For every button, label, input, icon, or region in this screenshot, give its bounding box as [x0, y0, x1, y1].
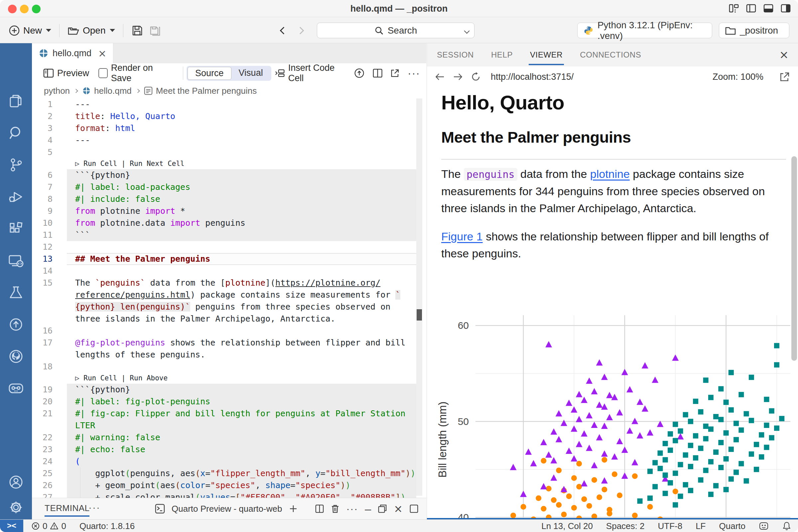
- insert-code-cell-button[interactable]: Insert Code Cell: [274, 63, 347, 83]
- hyperlink[interactable]: Figure 1: [441, 230, 483, 243]
- minimize-panel-icon[interactable]: –: [365, 502, 371, 515]
- activity-extensions-icon[interactable]: [0, 217, 32, 241]
- activity-search-icon[interactable]: [0, 121, 32, 145]
- close-panel-icon[interactable]: ×: [394, 502, 403, 515]
- remote-indicator[interactable]: ><: [0, 520, 23, 532]
- problems-status[interactable]: 0 0: [31, 521, 66, 531]
- panel-tab-connections[interactable]: CONNECTIONS: [580, 50, 641, 59]
- search-dropdown-chevron[interactable]: [464, 28, 470, 34]
- cursor-position-status[interactable]: Ln 13, Col 20: [541, 521, 593, 531]
- nav-back-icon[interactable]: [435, 72, 445, 82]
- new-terminal-icon[interactable]: [289, 504, 298, 513]
- inline-code: penguins: [464, 168, 517, 181]
- save-all-icon[interactable]: [148, 24, 161, 37]
- codelens-row[interactable]: ▷ Run Cell | Run Next Cell: [32, 158, 426, 169]
- codelens-row[interactable]: ▷ Run Cell | Run Above: [32, 373, 426, 384]
- open-external-icon[interactable]: [391, 68, 400, 78]
- nav-forward-icon[interactable]: [453, 72, 463, 82]
- window-title: hello.qmd — _positron: [0, 0, 798, 17]
- open-in-browser-icon[interactable]: [779, 72, 790, 82]
- breadcrumb-file[interactable]: hello.qmd: [94, 86, 132, 96]
- toggle-sidebar-icon[interactable]: [746, 3, 756, 13]
- breadcrumb-section[interactable]: Meet the Palmer penguins: [156, 86, 257, 96]
- data-point: [683, 452, 688, 457]
- viewer-url[interactable]: http://localhost:3715/: [491, 72, 573, 82]
- panel-close-icon[interactable]: ×: [779, 48, 789, 61]
- activity-testing-icon[interactable]: [0, 281, 32, 305]
- terminal-title[interactable]: Quarto Preview - quarto-web: [172, 504, 282, 514]
- split-editor-icon[interactable]: [373, 68, 382, 78]
- status-bar: >< 0 0 Quarto: 1.8.16 Ln 13, Col 20 Spac…: [0, 519, 798, 532]
- maximize-panel-icon[interactable]: [378, 504, 387, 513]
- code-line: 13## Meet the Palmer penguins: [32, 253, 426, 265]
- interpreter-button[interactable]: Python 3.12.1 (PipEnv: .venv): [577, 23, 712, 38]
- search-input[interactable]: Search: [317, 23, 474, 38]
- viewer-zoom-label[interactable]: Zoom: 100%: [712, 72, 763, 82]
- terminal-tab[interactable]: TERMINAL: [44, 498, 90, 519]
- viewer-scrollbar[interactable]: [791, 156, 797, 361]
- visual-mode-button[interactable]: Visual: [231, 67, 270, 80]
- panel-tab-viewer[interactable]: VIEWER: [530, 50, 563, 59]
- data-point: [764, 397, 770, 402]
- indentation-status[interactable]: Spaces: 2: [606, 521, 645, 531]
- reload-icon[interactable]: [471, 72, 481, 82]
- quarto-version-status[interactable]: Quarto: 1.8.16: [79, 521, 135, 531]
- tab-hello-qmd[interactable]: hello.qmd ×: [32, 43, 113, 63]
- line-number: 12: [32, 241, 53, 253]
- activity-github-icon[interactable]: [0, 344, 32, 368]
- checkbox-icon[interactable]: [98, 68, 108, 78]
- new-button[interactable]: New: [8, 25, 51, 36]
- tab-close-icon[interactable]: ×: [98, 48, 107, 59]
- eol-status[interactable]: LF: [696, 521, 706, 531]
- activity-debug-icon[interactable]: [0, 185, 32, 209]
- data-point: [688, 419, 693, 424]
- encoding-status[interactable]: UTF-8: [658, 521, 682, 531]
- notifications-bell-icon[interactable]: [782, 521, 791, 531]
- activity-publish-icon[interactable]: [0, 312, 32, 337]
- render-document-icon[interactable]: [354, 67, 365, 79]
- toggle-panel-icon[interactable]: [763, 3, 773, 13]
- save-icon[interactable]: [131, 25, 143, 37]
- activity-source-control-icon[interactable]: [0, 153, 32, 177]
- editor-scrollbar[interactable]: [416, 98, 422, 496]
- activity-account-icon[interactable]: [0, 470, 32, 494]
- feedback-icon[interactable]: [759, 521, 769, 531]
- customize-layout-icon[interactable]: [729, 3, 739, 13]
- terminal-panel: TERMINAL ··· Quarto Preview - quarto-web…: [32, 498, 426, 519]
- code-line: lengths of these penguins.: [32, 349, 426, 361]
- terminal-dropdown-chevron[interactable]: [304, 506, 309, 511]
- code-line: 10from plotnine.data import penguins: [32, 217, 426, 229]
- split-terminal-icon[interactable]: [315, 504, 324, 513]
- divider: [59, 24, 59, 37]
- toggle-secondary-sidebar-icon[interactable]: [781, 3, 791, 13]
- activity-explorer-icon[interactable]: [0, 89, 32, 113]
- language-status[interactable]: Quarto: [719, 521, 746, 531]
- data-point: [657, 466, 663, 471]
- forward-button[interactable]: [297, 26, 304, 34]
- back-button[interactable]: [280, 26, 288, 34]
- data-point: [596, 494, 602, 500]
- panel-more-icon[interactable]: ···: [89, 498, 100, 518]
- breadcrumb-python[interactable]: python: [44, 86, 70, 96]
- line-number: 23: [32, 443, 53, 456]
- hyperlink[interactable]: plotnine: [590, 168, 630, 180]
- panel-tab-session[interactable]: SESSION: [437, 50, 474, 59]
- terminal-more-icon[interactable]: ···: [346, 503, 358, 514]
- activity-remote-icon[interactable]: [0, 249, 32, 273]
- trash-icon[interactable]: [331, 504, 340, 513]
- line-number: 25: [32, 468, 53, 479]
- data-point: [698, 409, 703, 415]
- source-mode-button[interactable]: Source: [188, 67, 231, 80]
- render-on-save-checkbox[interactable]: Render on Save: [98, 63, 170, 83]
- data-point: [536, 495, 541, 501]
- panel-layout-icon[interactable]: [409, 504, 419, 513]
- open-button[interactable]: Open: [68, 25, 115, 36]
- panel-tab-help[interactable]: HELP: [491, 50, 513, 59]
- activity-copilot-icon[interactable]: [0, 376, 32, 400]
- preview-button[interactable]: Preview: [43, 68, 89, 78]
- activity-settings-icon[interactable]: [0, 495, 32, 519]
- data-point: [744, 411, 749, 416]
- workspace-button[interactable]: _positron: [719, 23, 790, 38]
- code-editor[interactable]: 1---2title: Hello, Quarto3format: html4-…: [32, 98, 426, 498]
- more-actions-icon[interactable]: ···: [407, 67, 420, 79]
